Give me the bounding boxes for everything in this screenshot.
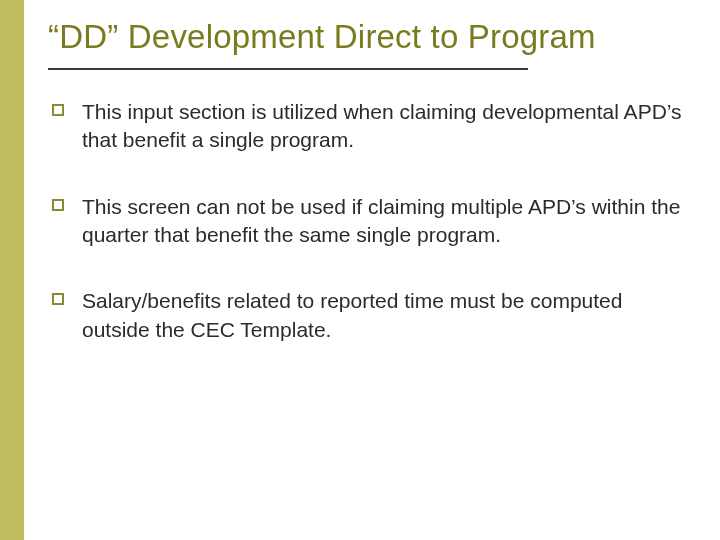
slide-title: “DD” Development Direct to Program xyxy=(48,18,690,66)
square-bullet-icon xyxy=(52,104,64,116)
bullet-text: This screen can not be used if claiming … xyxy=(82,193,690,250)
list-item: This input section is utilized when clai… xyxy=(52,98,690,155)
square-bullet-icon xyxy=(52,199,64,211)
list-item: Salary/benefits related to reported time… xyxy=(52,287,690,344)
accent-sidebar xyxy=(0,0,24,540)
bullet-text: Salary/benefits related to reported time… xyxy=(82,287,690,344)
bullet-list: This input section is utilized when clai… xyxy=(48,98,690,344)
bullet-text: This input section is utilized when clai… xyxy=(82,98,690,155)
list-item: This screen can not be used if claiming … xyxy=(52,193,690,250)
title-underline xyxy=(48,68,528,70)
slide-content: “DD” Development Direct to Program This … xyxy=(24,0,720,540)
square-bullet-icon xyxy=(52,293,64,305)
